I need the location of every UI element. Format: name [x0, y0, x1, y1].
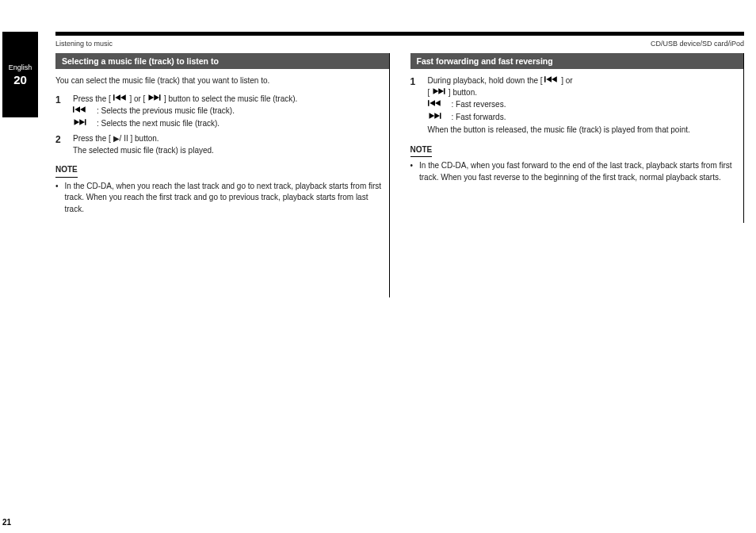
col1-note: NOTE In the CD-DA, when you reach the la… — [55, 164, 382, 215]
svg-marker-16 — [438, 88, 444, 94]
svg-rect-12 — [544, 76, 546, 82]
svg-rect-0 — [113, 94, 115, 101]
skip-back-icon — [73, 105, 92, 113]
next-text: : Fast forwards. — [452, 112, 506, 124]
svg-marker-15 — [433, 88, 439, 94]
svg-marker-22 — [434, 113, 440, 119]
skip-back-icon — [428, 99, 447, 107]
svg-rect-23 — [440, 113, 441, 119]
svg-marker-2 — [120, 94, 126, 101]
col1-step1: 1 Press the [ ] or [ ] button to select … — [55, 94, 382, 131]
note-bullet: In the CD-DA, when you reach the last tr… — [55, 181, 382, 216]
step2-text: Press the [ ▶/ II ] button. — [73, 133, 382, 145]
prev-line: : Fast reverses. — [428, 99, 737, 111]
skip-fwd-icon — [73, 118, 92, 126]
step1-line: Press the [ ] or [ ] button to select th… — [73, 94, 382, 105]
col1-intro: You can select the music file (track) th… — [55, 75, 382, 87]
svg-marker-1 — [115, 94, 120, 101]
note-header: NOTE — [55, 164, 78, 178]
step2-num: 2 — [55, 133, 67, 156]
col2-note: NOTE In the CD-DA, when you fast forward… — [410, 144, 737, 184]
col2-step1: 1 During playback, hold down the [ ] or … — [410, 75, 737, 136]
skip-back-icon — [113, 94, 128, 103]
prev-text: : Fast reverses. — [452, 99, 506, 111]
svg-marker-9 — [74, 119, 80, 125]
svg-marker-21 — [429, 113, 434, 119]
column-1: Selecting a music file (track) to listen… — [55, 53, 390, 509]
skip-fwd-icon — [147, 94, 162, 103]
step1-line2: [ ] button. — [428, 87, 737, 99]
title-right: CD/USB device/SD card/iPod — [651, 40, 744, 48]
step2-sub: The selected music file (track) is playe… — [73, 145, 382, 157]
svg-marker-4 — [154, 94, 159, 101]
column-2: Fast forwarding and fast reversing 1 Dur… — [410, 53, 745, 509]
svg-marker-3 — [149, 94, 155, 101]
prev-line: : Selects the previous music file (track… — [73, 105, 382, 117]
skip-back-icon — [544, 76, 559, 85]
tab-number: 20 — [13, 73, 27, 86]
svg-rect-17 — [444, 88, 445, 94]
svg-marker-10 — [79, 119, 85, 125]
note-text: In the CD-DA, when you fast forward to t… — [419, 160, 736, 183]
title-left: Listening to music — [55, 40, 113, 48]
title-row: Listening to music CD/USB device/SD card… — [55, 40, 744, 48]
note-bullet: In the CD-DA, when you fast forward to t… — [410, 160, 737, 183]
next-text: : Selects the next music file (track). — [97, 118, 220, 130]
skip-fwd-icon — [432, 88, 446, 97]
svg-marker-20 — [435, 100, 441, 106]
prev-text: : Selects the previous music file (track… — [97, 105, 235, 117]
note-text: In the CD-DA, when you reach the last tr… — [65, 181, 382, 216]
page-number: 21 — [2, 518, 11, 527]
top-rule — [55, 32, 744, 36]
note-header: NOTE — [410, 144, 433, 158]
col1-step2: 2 Press the [ ▶/ II ] button. The select… — [55, 133, 382, 156]
svg-marker-14 — [552, 76, 557, 82]
step1-num: 1 — [55, 94, 67, 131]
step1-num: 1 — [410, 75, 422, 136]
skip-fwd-icon — [428, 112, 447, 120]
svg-marker-19 — [430, 100, 435, 106]
col2-header: Fast forwarding and fast reversing — [410, 53, 745, 69]
next-line: : Selects the next music file (track). — [73, 118, 382, 130]
col2-border — [743, 53, 744, 223]
col1-header: Selecting a music file (track) to listen… — [55, 53, 390, 69]
step1-line1: During playback, hold down the [ ] or — [428, 75, 737, 87]
col1-border — [389, 53, 390, 297]
svg-rect-18 — [428, 100, 430, 106]
tab-language: English — [9, 63, 32, 71]
release-text: When the button is released, the music f… — [428, 125, 737, 136]
side-tab: English 20 — [2, 32, 38, 117]
svg-marker-8 — [80, 106, 86, 113]
svg-rect-5 — [159, 94, 161, 101]
svg-rect-11 — [85, 119, 86, 125]
svg-marker-7 — [74, 106, 80, 113]
next-line: : Fast forwards. — [428, 112, 737, 124]
svg-marker-13 — [547, 76, 552, 82]
svg-rect-6 — [73, 106, 74, 113]
